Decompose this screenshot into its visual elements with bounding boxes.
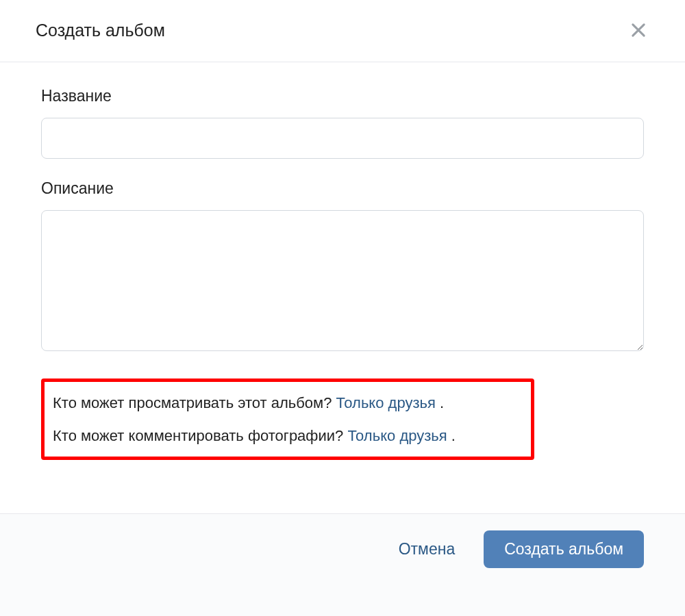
create-album-button[interactable]: Создать альбом <box>484 530 644 568</box>
privacy-comment-row: Кто может комментировать фотографии? Тол… <box>53 426 523 446</box>
close-icon <box>629 21 648 40</box>
privacy-settings-highlight: Кто может просматривать этот альбом? Тол… <box>41 378 534 460</box>
dialog-title: Создать альбом <box>36 21 165 40</box>
privacy-comment-period: . <box>451 427 456 444</box>
dialog-header: Создать альбом <box>0 0 685 62</box>
name-label: Название <box>41 87 644 105</box>
privacy-comment-question: Кто может комментировать фотографии? <box>53 427 343 444</box>
description-textarea[interactable] <box>41 210 644 351</box>
privacy-view-value[interactable]: Только друзья <box>336 394 436 411</box>
description-label: Описание <box>41 179 644 198</box>
privacy-view-row: Кто может просматривать этот альбом? Тол… <box>53 393 523 413</box>
privacy-view-period: . <box>440 394 444 411</box>
dialog-footer: Отмена Создать альбом <box>0 513 685 616</box>
privacy-view-question: Кто может просматривать этот альбом? <box>53 394 332 411</box>
dialog-body: Название Описание Кто может просматриват… <box>0 62 685 513</box>
name-input[interactable] <box>41 118 644 159</box>
create-album-dialog: Создать альбом Название Описание Кто мож… <box>0 0 685 616</box>
close-button[interactable] <box>627 19 649 41</box>
privacy-comment-value[interactable]: Только друзья <box>347 427 447 444</box>
cancel-button[interactable]: Отмена <box>397 533 457 565</box>
